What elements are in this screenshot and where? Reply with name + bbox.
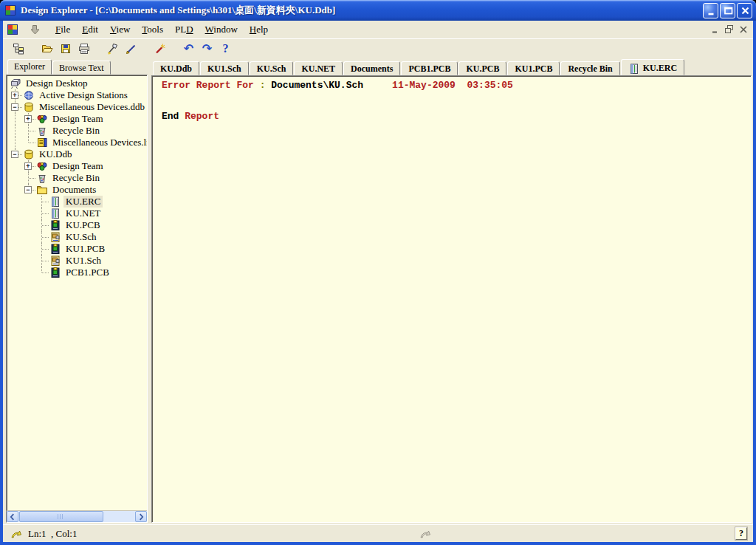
mdi-document-icon[interactable] xyxy=(6,24,18,36)
print-icon xyxy=(78,43,90,55)
explorer-toggle-button[interactable] xyxy=(9,40,27,57)
tree-guide xyxy=(22,231,35,243)
title-bar[interactable]: Design Explorer - [C:\Documents and Sett… xyxy=(0,0,756,21)
tree-item-label[interactable]: KU1.PCB xyxy=(63,243,107,255)
tree-item-ku-erc[interactable]: KU.ERC xyxy=(9,196,147,208)
tree-item-label[interactable]: Documents xyxy=(50,184,98,196)
library-icon xyxy=(35,137,48,148)
panel-tabs: ExplorerBrowse Text xyxy=(6,59,148,75)
doc-tab-recycle-bin[interactable]: Recycle Bin xyxy=(560,61,619,75)
database-icon xyxy=(22,101,35,113)
mdi-minimize-button[interactable] xyxy=(709,24,722,35)
tree-item-label[interactable]: Recycle Bin xyxy=(50,125,102,137)
tree-expander[interactable]: + xyxy=(24,162,32,170)
mdi-close-button[interactable] xyxy=(737,24,750,35)
scrollbar-track[interactable] xyxy=(18,511,135,522)
doc-pcb-icon xyxy=(49,267,61,278)
open-document-button[interactable] xyxy=(38,40,56,57)
tree-item-label[interactable]: Miscellaneous Devices.ddb xyxy=(37,101,147,113)
wizard-button[interactable] xyxy=(151,40,169,57)
folder-icon xyxy=(35,184,48,196)
close-button[interactable] xyxy=(737,3,752,18)
undo-button[interactable]: ↶ xyxy=(179,40,198,57)
tree-item-ku-ddb[interactable]: −KU.Ddb xyxy=(9,148,147,160)
print-button[interactable] xyxy=(75,40,93,57)
edit-tool-button[interactable] xyxy=(122,40,140,57)
tree-item-pcb1-pcb[interactable]: PCB1.PCB xyxy=(9,267,147,278)
scroll-left-button[interactable] xyxy=(7,511,18,522)
open-icon xyxy=(41,43,53,55)
tree-item-label[interactable]: KU.ERC xyxy=(63,196,103,208)
menu-pld[interactable]: PLD xyxy=(169,22,199,37)
save-button[interactable] xyxy=(56,40,75,57)
menu-file[interactable]: File xyxy=(49,22,76,37)
doc-tab-ku-pcb[interactable]: KU.PCB xyxy=(458,61,506,75)
menu-view[interactable]: View xyxy=(104,22,136,37)
tree-expander[interactable]: + xyxy=(11,92,18,99)
menu-edit[interactable]: Edit xyxy=(76,22,104,37)
doc-net-icon xyxy=(49,208,61,219)
tree-item-label[interactable]: KU.Ddb xyxy=(37,148,74,160)
tree-item-label[interactable]: Design Team xyxy=(50,113,106,125)
tree-item-label[interactable]: Design Desktop xyxy=(24,78,89,89)
maximize-button[interactable] xyxy=(720,3,735,18)
tree-expander[interactable]: − xyxy=(11,103,18,111)
tree-guide xyxy=(9,231,22,243)
tree-item-design-desktop[interactable]: Design Desktop xyxy=(9,78,147,89)
menu-tools[interactable]: Tools xyxy=(136,22,169,37)
tree-item-ku1-sch[interactable]: KU1.Sch xyxy=(9,255,147,267)
tree-item-ku1-pcb[interactable]: KU1.PCB xyxy=(9,243,147,255)
tab-browse-text[interactable]: Browse Text xyxy=(52,61,111,75)
knife-icon xyxy=(126,43,137,55)
tree-expander[interactable]: + xyxy=(24,115,32,123)
tree-guide xyxy=(9,243,22,255)
tree-item-design-team[interactable]: +Design Team xyxy=(9,113,147,125)
tree-item-label[interactable]: KU.PCB xyxy=(63,219,103,231)
doc-sch-icon xyxy=(49,255,61,267)
mdi-restore-button[interactable] xyxy=(723,24,736,35)
minimize-button[interactable] xyxy=(703,3,718,18)
tree-item-documents[interactable]: −Documents xyxy=(9,184,147,196)
tree-item-design-team[interactable]: +Design Team xyxy=(9,160,147,172)
doc-tab-ku-ddb[interactable]: KU.Ddb xyxy=(153,61,199,75)
tree-expander[interactable]: − xyxy=(24,186,32,193)
tree-item-active-design-stations[interactable]: +Active Design Stations xyxy=(9,89,147,101)
doc-tab-ku-erc[interactable]: KU.ERC xyxy=(621,59,684,75)
tree-item-label[interactable]: Miscellaneous Devices.lib xyxy=(50,137,147,148)
tree-item-recycle-bin[interactable]: Recycle Bin xyxy=(9,172,147,184)
dropdown-arrow-icon[interactable] xyxy=(30,24,41,35)
tree-guide: − xyxy=(9,148,22,160)
tree-item-ku-pcb[interactable]: KU.PCB xyxy=(9,219,147,231)
doc-tab-pcb1-pcb[interactable]: PCB1.PCB xyxy=(401,61,458,75)
tree-horizontal-scrollbar[interactable] xyxy=(7,510,147,522)
tree-item-label[interactable]: Design Team xyxy=(50,160,106,172)
tab-explorer[interactable]: Explorer xyxy=(7,59,52,75)
tree-item-ku-net[interactable]: KU.NET xyxy=(9,208,147,219)
menu-help[interactable]: Help xyxy=(244,22,274,37)
doc-tab-ku-net[interactable]: KU.NET xyxy=(294,61,343,75)
tree-item-miscellaneous-devices-lib[interactable]: Miscellaneous Devices.lib xyxy=(9,137,147,148)
tree-item-label[interactable]: PCB1.PCB xyxy=(63,267,111,278)
menu-window[interactable]: Window xyxy=(199,22,244,37)
tree-item-label[interactable]: Recycle Bin xyxy=(50,172,102,184)
doc-tab-ku1-pcb[interactable]: KU1.PCB xyxy=(507,61,560,75)
help-button[interactable]: ? xyxy=(735,527,747,540)
report-content[interactable]: Error Report For : Documents\KU.Sch 11-M… xyxy=(151,75,752,523)
scroll-right-button[interactable] xyxy=(135,511,147,522)
tree-item-label[interactable]: Active Design Stations xyxy=(37,89,130,101)
doc-tab-ku-sch[interactable]: KU.Sch xyxy=(250,61,294,75)
tree-expander[interactable]: − xyxy=(11,151,18,158)
tree-item-label[interactable]: KU.Sch xyxy=(63,231,99,243)
tree-item-recycle-bin[interactable]: Recycle Bin xyxy=(9,125,147,137)
scrollbar-thumb[interactable] xyxy=(19,511,103,522)
doc-tab-ku1-sch[interactable]: KU1.Sch xyxy=(200,61,249,75)
tree-item-miscellaneous-devices-ddb[interactable]: −Miscellaneous Devices.ddb xyxy=(9,101,147,113)
redo-button[interactable]: ↷ xyxy=(198,40,216,57)
help-button[interactable]: ? xyxy=(216,40,235,57)
tree-item-label[interactable]: KU1.Sch xyxy=(63,255,103,267)
tree-item-label[interactable]: KU.NET xyxy=(63,208,103,219)
cross-probe-button[interactable] xyxy=(103,40,122,57)
tree-item-ku-sch[interactable]: KU.Sch xyxy=(9,231,147,243)
doc-tab-label: KU.Sch xyxy=(257,64,286,75)
doc-tab-documents[interactable]: Documents xyxy=(343,61,400,75)
